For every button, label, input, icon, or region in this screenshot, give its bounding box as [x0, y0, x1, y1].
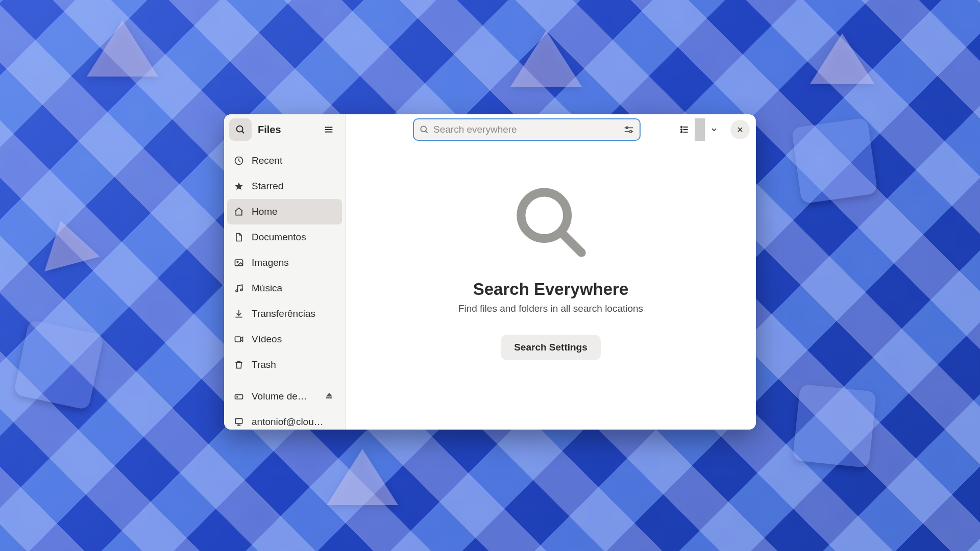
svg-point-13 — [681, 127, 682, 128]
svg-rect-30 — [235, 395, 243, 399]
sidebar: RecentStarredHomeDocumentosImagensMúsica… — [224, 145, 346, 430]
music-icon — [233, 283, 244, 294]
close-button[interactable] — [730, 120, 750, 139]
sidebar-item-starred[interactable]: Starred — [227, 173, 342, 199]
search-settings-button[interactable]: Search Settings — [501, 335, 601, 360]
svg-point-25 — [236, 290, 238, 292]
empty-state-subheading: Find files and folders in all search loc… — [458, 303, 643, 314]
sidebar-item-label: Starred — [252, 181, 336, 192]
view-options-button[interactable] — [705, 118, 723, 141]
headerbar-left: Files — [224, 114, 346, 145]
sidebar-item-recent[interactable]: Recent — [227, 148, 342, 173]
sidebar-item-trash[interactable]: Trash — [227, 352, 342, 378]
svg-marker-29 — [240, 337, 242, 341]
svg-line-6 — [426, 131, 428, 133]
svg-marker-22 — [235, 183, 242, 190]
view-switcher — [674, 118, 723, 141]
sidebar-item-home[interactable]: Home — [227, 199, 342, 224]
drive-icon — [233, 391, 244, 402]
close-icon — [736, 126, 744, 134]
sidebar-item-label: Volume de… — [252, 391, 317, 402]
sidebar-item-label: Trash — [252, 359, 336, 370]
image-icon — [233, 257, 244, 268]
chevron-down-icon — [710, 126, 718, 134]
svg-marker-32 — [326, 393, 332, 397]
empty-state-heading: Search Everywhere — [473, 280, 629, 299]
sidebar-item-label: Vídeos — [252, 334, 336, 345]
sidebar-item-antoniof-clou-[interactable]: antoniof@clou… — [227, 409, 342, 430]
home-icon — [233, 206, 244, 217]
svg-rect-33 — [326, 397, 332, 398]
sidebar-item-label: antoniof@clou… — [252, 416, 336, 428]
search-toggle-button[interactable] — [229, 118, 252, 141]
svg-line-38 — [561, 233, 581, 253]
svg-point-7 — [626, 127, 628, 129]
search-icon — [419, 124, 429, 135]
star-icon — [233, 181, 244, 192]
sidebar-item-v-deos[interactable]: Vídeos — [227, 327, 342, 352]
search-illustration — [507, 179, 594, 265]
split-separator — [695, 118, 705, 141]
download-icon — [233, 308, 244, 319]
sidebar-item-label: Transferências — [252, 308, 336, 319]
document-icon — [233, 232, 244, 243]
video-icon — [233, 334, 244, 345]
sidebar-item-label: Documentos — [252, 232, 336, 243]
sidebar-item-label: Música — [252, 283, 336, 294]
list-view-icon — [679, 124, 690, 135]
sidebar-item-label: Home — [252, 206, 336, 217]
headerbar: Files — [224, 114, 756, 145]
sidebar-item-m-sica[interactable]: Música — [227, 276, 342, 301]
svg-point-10 — [630, 131, 632, 133]
svg-point-17 — [681, 132, 682, 133]
svg-line-1 — [242, 131, 244, 133]
svg-point-24 — [237, 261, 238, 263]
sidebar-menu-button[interactable] — [317, 118, 340, 141]
sidebar-item-label: Recent — [252, 155, 336, 166]
svg-point-5 — [421, 126, 426, 132]
trash-icon — [233, 359, 244, 370]
svg-point-26 — [240, 289, 242, 291]
hamburger-icon — [323, 124, 334, 135]
svg-point-0 — [237, 126, 243, 132]
content-area: Search Everywhere Find files and folders… — [346, 145, 756, 430]
search-input[interactable] — [433, 124, 619, 135]
sidebar-item-label: Imagens — [252, 257, 336, 268]
window-title: Files — [255, 124, 314, 136]
headerbar-controls — [674, 118, 750, 141]
svg-rect-28 — [235, 337, 241, 342]
list-view-button[interactable] — [674, 118, 695, 141]
svg-point-15 — [681, 129, 682, 131]
headerbar-right — [346, 114, 756, 145]
sidebar-item-documentos[interactable]: Documentos — [227, 224, 342, 250]
sidebar-item-volume-de-[interactable]: Volume de… — [227, 384, 342, 409]
search-icon — [507, 179, 594, 265]
search-bar[interactable] — [413, 118, 641, 141]
sidebar-item-imagens[interactable]: Imagens — [227, 250, 342, 276]
files-window: Files — [224, 114, 756, 430]
eject-button[interactable] — [325, 391, 336, 402]
sidebar-item-transfer-ncias[interactable]: Transferências — [227, 301, 342, 327]
clock-icon — [233, 155, 244, 166]
network-icon — [233, 416, 244, 428]
search-icon — [235, 124, 246, 135]
window-body: RecentStarredHomeDocumentosImagensMúsica… — [224, 145, 756, 430]
svg-rect-34 — [235, 418, 242, 423]
svg-point-31 — [237, 396, 238, 397]
search-options-icon[interactable] — [623, 124, 634, 135]
